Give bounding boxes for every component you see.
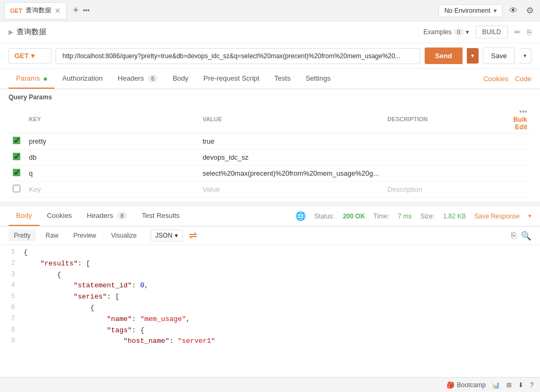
empty-row-action	[509, 182, 531, 198]
placeholder-value[interactable]: Value	[202, 185, 220, 193]
placeholder-desc[interactable]: Description	[387, 185, 422, 193]
request-name[interactable]: 查询数据	[17, 27, 46, 37]
row1-desc[interactable]	[383, 134, 509, 150]
settings-icon[interactable]: ⚙	[524, 3, 536, 18]
tab-pre-request[interactable]: Pre-request Script	[196, 69, 267, 89]
env-label: No Environment	[444, 7, 490, 14]
row1-key[interactable]: pretty	[25, 134, 198, 150]
save-button[interactable]: Save	[483, 48, 515, 64]
table-row: pretty true	[9, 134, 531, 150]
globe-icon[interactable]: 🌐	[295, 211, 306, 221]
json-line-6: 6 {	[0, 303, 540, 314]
col-header-key: KEY	[25, 105, 198, 134]
table-row-empty: Key Value Description	[9, 182, 531, 198]
examples-label: Examples	[424, 28, 452, 36]
row2-key[interactable]: db	[25, 150, 198, 166]
edit-icon[interactable]: ✏	[514, 28, 521, 36]
save-resp-arrow-icon[interactable]: ▾	[528, 213, 531, 219]
cookies-link[interactable]: Cookies	[483, 75, 508, 83]
json-output: 1 { 2 "results": [ 3 { 4 "statement_id":…	[0, 245, 540, 347]
save-response-button[interactable]: Save Response	[474, 213, 520, 220]
line-num-5: 5	[0, 292, 21, 303]
line-content-4: "statement_id": 0,	[21, 280, 540, 292]
line-num-7: 7	[0, 314, 21, 325]
line-num-6: 6	[0, 303, 21, 314]
tab-close-icon[interactable]: ✕	[54, 6, 61, 15]
tab-right-links: Cookies Code	[483, 75, 531, 83]
row3-value[interactable]: select%20max(precent)%20from%20mem_usage…	[198, 166, 383, 182]
row2-value[interactable]: devops_idc_sz	[198, 150, 383, 166]
params-table: KEY VALUE DESCRIPTION ••• Bulk Edit pret…	[9, 105, 531, 198]
save-dropdown-button[interactable]: ▾	[519, 48, 531, 64]
resp-tab-body[interactable]: Body	[9, 206, 40, 226]
fmt-raw[interactable]: Raw	[40, 230, 64, 241]
line-num-2: 2	[0, 258, 21, 270]
row3-checkbox[interactable]	[13, 169, 20, 176]
fmt-pretty[interactable]: Pretty	[9, 230, 36, 241]
tab-body[interactable]: Body	[165, 69, 196, 89]
line-content-9: "host_name": "server1"	[21, 336, 540, 347]
response-status-area: 🌐 Status: 200 OK Time: 7 ms Size: 1.82 K…	[295, 211, 531, 221]
copy-response-icon[interactable]: ⎘	[511, 231, 516, 240]
send-button[interactable]: Send	[425, 48, 463, 64]
url-input[interactable]	[56, 48, 420, 64]
col-header-check	[9, 105, 25, 134]
line-content-7: "name": "mem_usage",	[21, 314, 540, 325]
code-link[interactable]: Code	[515, 75, 531, 83]
line-num-1: 1	[0, 247, 21, 258]
environment-selector[interactable]: No Environment ▾	[439, 4, 503, 17]
copy-request-icon[interactable]: ⎘	[527, 28, 531, 36]
resp-tab-test-results[interactable]: Test Results	[135, 206, 187, 226]
more-options-icon[interactable]: •••	[519, 107, 527, 116]
method-arrow-icon: ▾	[31, 52, 35, 60]
send-dropdown-button[interactable]: ▾	[467, 48, 479, 64]
build-button[interactable]: BUILD	[475, 26, 508, 38]
tab-authorization[interactable]: Authorization	[54, 69, 110, 89]
tab-more-button[interactable]: •••	[83, 7, 90, 14]
table-row: db devops_idc_sz	[9, 150, 531, 166]
examples-button[interactable]: Examples 0 ▾	[424, 28, 469, 36]
new-tab-button[interactable]: +	[73, 5, 79, 16]
json-line-1: 1 {	[0, 247, 540, 258]
line-content-6: {	[21, 303, 540, 314]
time-label: Time:	[373, 213, 389, 220]
fmt-visualize[interactable]: Visualize	[106, 230, 142, 241]
json-line-5: 5 "series": [	[0, 292, 540, 303]
query-params-title: Query Params	[9, 93, 531, 101]
placeholder-key[interactable]: Key	[29, 185, 41, 193]
tab-tests[interactable]: Tests	[267, 69, 298, 89]
row1-checkbox[interactable]	[13, 137, 20, 144]
tab-params[interactable]: Params	[9, 69, 54, 89]
row2-checkbox[interactable]	[13, 153, 20, 160]
resp-tab-cookies[interactable]: Cookies	[40, 206, 80, 226]
row1-action	[509, 134, 531, 150]
status-label: Status:	[315, 213, 334, 220]
row2-desc[interactable]	[383, 150, 509, 166]
fmt-preview[interactable]: Preview	[68, 230, 101, 241]
row1-value[interactable]: true	[198, 134, 383, 150]
row-empty-checkbox[interactable]	[13, 185, 20, 192]
search-response-icon[interactable]: 🔍	[521, 231, 531, 241]
format-selector[interactable]: JSON ▾	[151, 230, 183, 241]
format-arrow-icon: ▾	[175, 232, 178, 239]
url-bar: GET ▾ Send ▾ Save ▾	[0, 43, 540, 69]
active-tab[interactable]: GET 查询数据 ✕	[4, 2, 67, 19]
json-line-9: 9 "host_name": "server1"	[0, 336, 540, 347]
examples-arrow-icon: ▾	[466, 28, 469, 36]
tab-headers[interactable]: Headers 6	[110, 69, 165, 89]
col-header-value: VALUE	[198, 105, 383, 134]
row3-action	[509, 166, 531, 182]
method-selector[interactable]: GET ▾	[9, 48, 51, 64]
format-label: JSON	[155, 232, 173, 239]
eye-icon[interactable]: 👁	[507, 4, 520, 18]
row2-action	[509, 150, 531, 166]
row3-key[interactable]: q	[25, 166, 198, 182]
status-value: 200 OK	[343, 213, 365, 220]
tab-method-badge: GET	[10, 7, 22, 14]
resp-tab-headers[interactable]: Headers 8	[80, 206, 135, 226]
bulk-edit-button[interactable]: Bulk Edit	[513, 116, 527, 131]
wrap-lines-icon[interactable]: ⇌	[189, 230, 197, 241]
tab-settings[interactable]: Settings	[298, 69, 338, 89]
row3-desc[interactable]	[383, 166, 509, 182]
headers-count-badge: 6	[148, 75, 158, 82]
